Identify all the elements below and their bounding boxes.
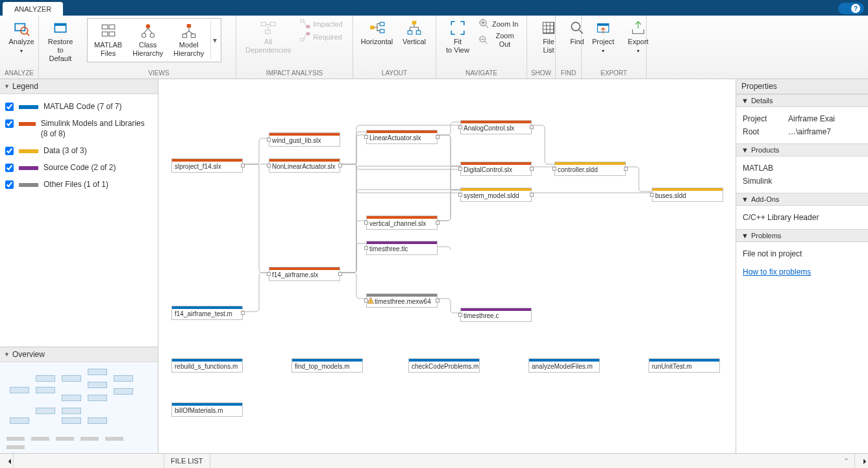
products-header[interactable]: ▼Products — [736, 143, 868, 156]
node-digital[interactable]: DigitalControl.slx — [460, 162, 532, 176]
root-value: …\airframe7 — [788, 125, 831, 138]
legend-check[interactable] — [5, 119, 14, 128]
legend-check[interactable] — [5, 164, 14, 172]
restore-default-button[interactable]: Restoreto Default — [44, 18, 77, 64]
product-simulink: Simulink — [743, 175, 862, 188]
svg-rect-5 — [109, 25, 115, 29]
node-timesthree-tlc[interactable]: timesthree.tlc — [366, 241, 438, 255]
legend-item-matlab-code[interactable]: MATLAB Code (7 of 7) — [5, 98, 153, 115]
legend-label: Data (3 of 3) — [43, 145, 87, 156]
node-label: runUnitTest.m — [649, 362, 719, 372]
node-vertical[interactable]: vertical_channel.slx — [366, 216, 438, 230]
node-timesthree-mex[interactable]: timesthree.mexw64! — [366, 293, 438, 308]
vertical-layout-button[interactable]: Vertical — [398, 18, 430, 47]
legend-check[interactable] — [5, 103, 14, 111]
products-body: MATLAB Simulink — [736, 156, 868, 193]
node-label: LinearActuator.slx — [367, 133, 437, 143]
node-label: AnalogControl.slx — [461, 123, 531, 134]
required-button: Required — [297, 31, 345, 43]
node-checkcode[interactable]: checkCodeProblems.m — [408, 358, 480, 373]
svg-point-8 — [145, 24, 150, 29]
node-label: timesthree.tlc — [367, 244, 437, 254]
node-f14-airframe[interactable]: f14_airframe.slx — [269, 267, 340, 281]
legend-item-data[interactable]: Data (3 of 3) — [5, 142, 153, 159]
project-button[interactable]: Project▾ — [587, 18, 619, 56]
overview-header[interactable]: ▼Overview — [0, 347, 158, 362]
how-to-fix-link[interactable]: How to fix problems — [743, 267, 811, 277]
project-label: Project — [592, 38, 614, 45]
svg-rect-14 — [261, 22, 266, 25]
node-billofmat[interactable]: billOfMaterials.m — [171, 402, 243, 417]
node-rununit[interactable]: runUnitTest.m — [649, 358, 720, 373]
dependency-graph-canvas[interactable]: slproject_f14.slx f14_airframe_test.m wi… — [158, 79, 736, 453]
class-hierarchy-label: ClassHierarchy — [132, 41, 163, 58]
overview-minimap[interactable] — [0, 362, 158, 453]
svg-rect-17 — [301, 19, 304, 22]
node-label: checkCodeProblems.m — [409, 362, 479, 372]
svg-rect-3 — [55, 24, 66, 26]
details-header[interactable]: ▼Details — [736, 94, 868, 107]
addon-cpp: C/C++ Library Header — [743, 211, 862, 224]
status-handle-left[interactable]: ⏴ — [0, 454, 14, 468]
matlab-files-view[interactable]: MATLABFiles — [90, 21, 126, 59]
analyze-label: Analyze — [8, 38, 34, 45]
node-slproject[interactable]: slproject_f14.slx — [171, 158, 243, 173]
horizontal-layout-button[interactable]: Horizontal — [358, 18, 395, 47]
collapse-icon: ▼ — [4, 83, 10, 90]
fit-icon — [449, 19, 466, 36]
ribbon: Analyze▾ ANALYZE Restoreto Default MATLA… — [0, 16, 868, 79]
warning-icon: ! — [367, 297, 374, 304]
addons-header[interactable]: ▼Add-Ons — [736, 193, 868, 206]
graph-edges — [158, 79, 736, 453]
legend-swatch — [19, 122, 36, 126]
node-f14-test[interactable]: f14_airframe_test.m — [171, 306, 243, 320]
file-list-label: FileList — [543, 38, 554, 55]
product-matlab: MATLAB — [743, 162, 862, 175]
legend-item-simulink[interactable]: Simulink Models and Libraries (8 of 8) — [5, 115, 153, 142]
file-list-status[interactable]: FILE LIST — [164, 454, 210, 468]
analyzer-tab[interactable]: ANALYZER — [3, 2, 63, 16]
all-deps-label: AllDependencies — [245, 38, 291, 55]
node-controller[interactable]: controller.sldd — [554, 162, 626, 176]
svg-rect-4 — [102, 25, 108, 29]
export-button[interactable]: Export▾ — [622, 18, 654, 56]
analyze-button[interactable]: Analyze▾ — [5, 18, 38, 56]
node-nonlinear[interactable]: NonLinearActuator.slx — [269, 158, 340, 173]
svg-rect-32 — [597, 24, 608, 26]
legend-body: MATLAB Code (7 of 7) Simulink Models and… — [0, 94, 158, 197]
node-find-top[interactable]: find_top_models.m — [291, 358, 363, 373]
legend-header[interactable]: ▼Legend — [0, 79, 158, 94]
status-caret[interactable]: ⌃ — [838, 457, 854, 465]
section-title: Details — [751, 97, 773, 105]
node-wind-gust[interactable]: wind_gust_lib.slx — [269, 132, 340, 147]
node-analyzefiles[interactable]: analyzeModelFiles.m — [528, 358, 600, 373]
node-label: vertical_channel.slx — [367, 219, 437, 229]
node-buses[interactable]: buses.sldd — [652, 188, 723, 202]
zoom-in-button[interactable]: Zoom In — [477, 18, 521, 30]
problem-text: File not in project — [743, 247, 862, 260]
node-linear[interactable]: LinearActuator.slx — [366, 130, 438, 144]
help-button[interactable]: ? — [838, 3, 864, 14]
views-dropdown[interactable]: ▾ — [210, 21, 218, 59]
zoom-in-icon — [479, 19, 490, 29]
legend-item-source[interactable]: Source Code (2 of 2) — [5, 159, 153, 176]
svg-rect-19 — [301, 38, 304, 41]
node-timesthree-c[interactable]: timesthree.c — [460, 308, 532, 322]
node-analog[interactable]: AnalogControl.slx — [460, 120, 532, 134]
model-hierarchy-view[interactable]: ModelHierarchy — [169, 21, 208, 59]
legend-check[interactable] — [5, 180, 14, 189]
status-handle-right[interactable]: ⏵ — [854, 454, 868, 468]
collapse-icon: ▼ — [4, 351, 10, 358]
legend-check[interactable] — [5, 147, 14, 155]
vertical-icon — [406, 19, 423, 36]
legend-item-other[interactable]: Other Files (1 of 1) — [5, 176, 153, 193]
problems-header[interactable]: ▼Problems — [736, 229, 868, 242]
class-hierarchy-view[interactable]: ClassHierarchy — [129, 21, 167, 59]
dependencies-icon — [260, 19, 277, 36]
zoom-out-button[interactable]: Zoom Out — [477, 31, 521, 49]
node-rebuild[interactable]: rebuild_s_functions.m — [171, 358, 243, 373]
fit-to-view-button[interactable]: Fitto View — [441, 18, 474, 56]
node-system-model[interactable]: system_model.sldd — [460, 188, 532, 202]
svg-point-10 — [150, 33, 155, 38]
status-bar: ⏴ FILE LIST ⌃ ⏵ — [0, 453, 868, 468]
